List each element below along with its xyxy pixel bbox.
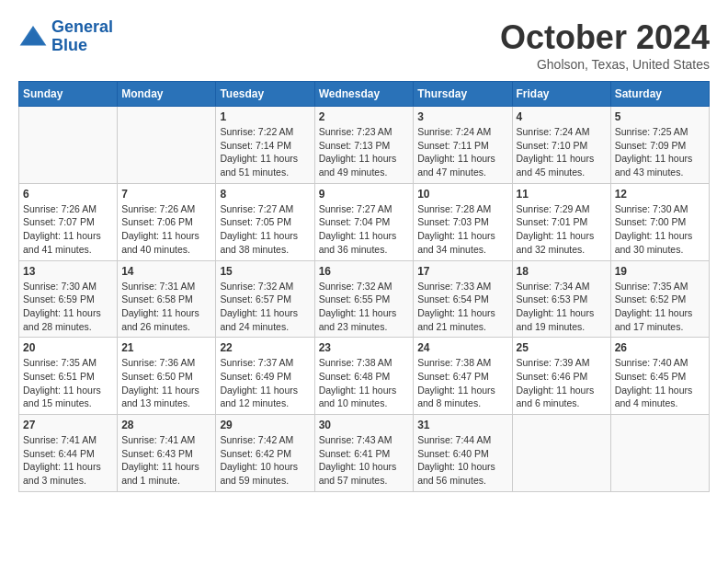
logo-text: General Blue bbox=[51, 18, 113, 55]
day-cell: 25Sunrise: 7:39 AM Sunset: 6:46 PM Dayli… bbox=[512, 338, 610, 415]
day-cell bbox=[512, 415, 610, 492]
day-info: Sunrise: 7:41 AM Sunset: 6:43 PM Dayligh… bbox=[121, 433, 211, 488]
day-number: 8 bbox=[220, 188, 310, 201]
day-info: Sunrise: 7:39 AM Sunset: 6:46 PM Dayligh… bbox=[517, 356, 607, 410]
day-number: 9 bbox=[319, 188, 410, 201]
day-cell: 19Sunrise: 7:35 AM Sunset: 6:52 PM Dayli… bbox=[610, 260, 709, 338]
day-info: Sunrise: 7:41 AM Sunset: 6:44 PM Dayligh… bbox=[23, 433, 113, 488]
week-row-2: 6Sunrise: 7:26 AM Sunset: 7:07 PM Daylig… bbox=[19, 183, 710, 260]
day-cell: 3Sunrise: 7:24 AM Sunset: 7:11 PM Daylig… bbox=[414, 107, 512, 184]
day-number: 2 bbox=[319, 110, 410, 123]
day-info: Sunrise: 7:23 AM Sunset: 7:13 PM Dayligh… bbox=[319, 125, 410, 179]
day-cell: 10Sunrise: 7:28 AM Sunset: 7:03 PM Dayli… bbox=[414, 183, 512, 260]
day-info: Sunrise: 7:27 AM Sunset: 7:05 PM Dayligh… bbox=[220, 202, 310, 257]
day-cell: 15Sunrise: 7:32 AM Sunset: 6:57 PM Dayli… bbox=[216, 260, 314, 338]
day-info: Sunrise: 7:35 AM Sunset: 6:51 PM Dayligh… bbox=[23, 356, 113, 410]
day-info: Sunrise: 7:43 AM Sunset: 6:41 PM Dayligh… bbox=[319, 433, 410, 488]
day-number: 23 bbox=[319, 341, 410, 354]
day-cell: 9Sunrise: 7:27 AM Sunset: 7:04 PM Daylig… bbox=[314, 183, 414, 260]
day-cell: 26Sunrise: 7:40 AM Sunset: 6:45 PM Dayli… bbox=[610, 338, 709, 415]
day-info: Sunrise: 7:35 AM Sunset: 6:52 PM Dayligh… bbox=[615, 280, 705, 334]
calendar-table: SundayMondayTuesdayWednesdayThursdayFrid… bbox=[18, 81, 710, 492]
day-cell: 18Sunrise: 7:34 AM Sunset: 6:53 PM Dayli… bbox=[512, 260, 610, 338]
title-block: October 2024 Gholson, Texas, United Stat… bbox=[500, 18, 710, 72]
day-info: Sunrise: 7:38 AM Sunset: 6:47 PM Dayligh… bbox=[417, 356, 507, 410]
day-cell bbox=[19, 107, 118, 184]
day-number: 7 bbox=[121, 188, 211, 201]
day-info: Sunrise: 7:32 AM Sunset: 6:55 PM Dayligh… bbox=[319, 280, 410, 334]
day-info: Sunrise: 7:38 AM Sunset: 6:48 PM Dayligh… bbox=[319, 356, 410, 410]
day-number: 16 bbox=[319, 265, 410, 278]
day-info: Sunrise: 7:26 AM Sunset: 7:07 PM Dayligh… bbox=[23, 202, 113, 257]
day-info: Sunrise: 7:30 AM Sunset: 7:00 PM Dayligh… bbox=[615, 202, 705, 257]
day-info: Sunrise: 7:36 AM Sunset: 6:50 PM Dayligh… bbox=[121, 356, 211, 410]
logo-icon bbox=[18, 22, 48, 52]
day-cell: 12Sunrise: 7:30 AM Sunset: 7:00 PM Dayli… bbox=[610, 183, 709, 260]
day-cell: 1Sunrise: 7:22 AM Sunset: 7:14 PM Daylig… bbox=[216, 107, 314, 184]
col-header-thursday: Thursday bbox=[414, 82, 512, 107]
day-cell: 13Sunrise: 7:30 AM Sunset: 6:59 PM Dayli… bbox=[19, 260, 118, 338]
day-number: 5 bbox=[615, 110, 705, 123]
col-header-monday: Monday bbox=[118, 82, 216, 107]
day-info: Sunrise: 7:42 AM Sunset: 6:42 PM Dayligh… bbox=[220, 433, 310, 488]
day-cell: 2Sunrise: 7:23 AM Sunset: 7:13 PM Daylig… bbox=[314, 107, 414, 184]
day-cell: 28Sunrise: 7:41 AM Sunset: 6:43 PM Dayli… bbox=[118, 415, 216, 492]
day-cell: 14Sunrise: 7:31 AM Sunset: 6:58 PM Dayli… bbox=[118, 260, 216, 338]
day-cell bbox=[118, 107, 216, 184]
day-cell: 5Sunrise: 7:25 AM Sunset: 7:09 PM Daylig… bbox=[610, 107, 709, 184]
day-number: 18 bbox=[517, 265, 607, 278]
day-number: 11 bbox=[517, 188, 607, 201]
day-number: 24 bbox=[417, 341, 507, 354]
day-cell: 30Sunrise: 7:43 AM Sunset: 6:41 PM Dayli… bbox=[314, 415, 414, 492]
day-number: 27 bbox=[23, 419, 113, 431]
day-number: 10 bbox=[417, 188, 507, 201]
week-row-1: 1Sunrise: 7:22 AM Sunset: 7:14 PM Daylig… bbox=[19, 107, 710, 184]
day-number: 4 bbox=[517, 110, 607, 123]
col-header-friday: Friday bbox=[512, 82, 610, 107]
day-cell: 23Sunrise: 7:38 AM Sunset: 6:48 PM Dayli… bbox=[314, 338, 414, 415]
day-cell: 16Sunrise: 7:32 AM Sunset: 6:55 PM Dayli… bbox=[314, 260, 414, 338]
day-info: Sunrise: 7:30 AM Sunset: 6:59 PM Dayligh… bbox=[23, 280, 113, 334]
day-info: Sunrise: 7:25 AM Sunset: 7:09 PM Dayligh… bbox=[615, 125, 705, 179]
day-info: Sunrise: 7:37 AM Sunset: 6:49 PM Dayligh… bbox=[220, 356, 310, 410]
day-number: 19 bbox=[615, 265, 705, 278]
day-number: 21 bbox=[121, 341, 211, 354]
day-info: Sunrise: 7:33 AM Sunset: 6:54 PM Dayligh… bbox=[417, 280, 507, 334]
day-cell: 4Sunrise: 7:24 AM Sunset: 7:10 PM Daylig… bbox=[512, 107, 610, 184]
logo: General Blue bbox=[18, 18, 113, 55]
day-info: Sunrise: 7:24 AM Sunset: 7:11 PM Dayligh… bbox=[417, 125, 507, 179]
day-cell: 31Sunrise: 7:44 AM Sunset: 6:40 PM Dayli… bbox=[414, 415, 512, 492]
week-row-3: 13Sunrise: 7:30 AM Sunset: 6:59 PM Dayli… bbox=[19, 260, 710, 338]
day-number: 15 bbox=[220, 265, 310, 278]
day-info: Sunrise: 7:32 AM Sunset: 6:57 PM Dayligh… bbox=[220, 280, 310, 334]
day-info: Sunrise: 7:24 AM Sunset: 7:10 PM Dayligh… bbox=[517, 125, 607, 179]
day-cell: 27Sunrise: 7:41 AM Sunset: 6:44 PM Dayli… bbox=[19, 415, 118, 492]
day-number: 28 bbox=[121, 419, 211, 431]
day-cell: 6Sunrise: 7:26 AM Sunset: 7:07 PM Daylig… bbox=[19, 183, 118, 260]
day-info: Sunrise: 7:28 AM Sunset: 7:03 PM Dayligh… bbox=[417, 202, 507, 257]
day-cell: 22Sunrise: 7:37 AM Sunset: 6:49 PM Dayli… bbox=[216, 338, 314, 415]
day-info: Sunrise: 7:34 AM Sunset: 6:53 PM Dayligh… bbox=[517, 280, 607, 334]
day-number: 26 bbox=[615, 341, 705, 354]
day-number: 17 bbox=[417, 265, 507, 278]
day-number: 31 bbox=[417, 419, 507, 431]
day-cell: 24Sunrise: 7:38 AM Sunset: 6:47 PM Dayli… bbox=[414, 338, 512, 415]
day-number: 29 bbox=[220, 419, 310, 431]
day-number: 1 bbox=[220, 110, 310, 123]
day-info: Sunrise: 7:44 AM Sunset: 6:40 PM Dayligh… bbox=[417, 433, 507, 488]
day-cell bbox=[610, 415, 709, 492]
day-cell: 11Sunrise: 7:29 AM Sunset: 7:01 PM Dayli… bbox=[512, 183, 610, 260]
col-header-tuesday: Tuesday bbox=[216, 82, 314, 107]
day-info: Sunrise: 7:29 AM Sunset: 7:01 PM Dayligh… bbox=[517, 202, 607, 257]
week-row-5: 27Sunrise: 7:41 AM Sunset: 6:44 PM Dayli… bbox=[19, 415, 710, 492]
day-number: 22 bbox=[220, 341, 310, 354]
day-info: Sunrise: 7:40 AM Sunset: 6:45 PM Dayligh… bbox=[615, 356, 705, 410]
day-cell: 29Sunrise: 7:42 AM Sunset: 6:42 PM Dayli… bbox=[216, 415, 314, 492]
page-header: General Blue October 2024 Gholson, Texas… bbox=[18, 18, 710, 72]
location: Gholson, Texas, United States bbox=[500, 57, 710, 72]
day-cell: 20Sunrise: 7:35 AM Sunset: 6:51 PM Dayli… bbox=[19, 338, 118, 415]
day-cell: 17Sunrise: 7:33 AM Sunset: 6:54 PM Dayli… bbox=[414, 260, 512, 338]
day-number: 14 bbox=[121, 265, 211, 278]
day-number: 6 bbox=[23, 188, 113, 201]
day-info: Sunrise: 7:27 AM Sunset: 7:04 PM Dayligh… bbox=[319, 202, 410, 257]
